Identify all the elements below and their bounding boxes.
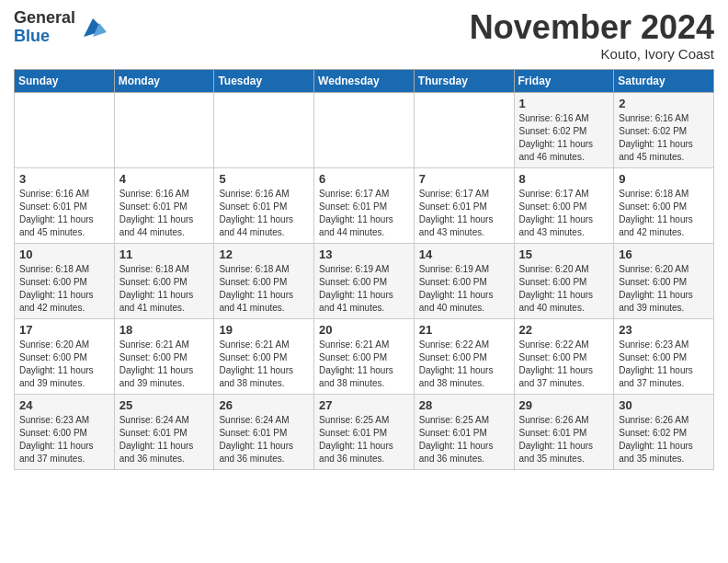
day-info: Sunrise: 6:25 AM Sunset: 6:01 PM Dayligh… — [319, 414, 409, 465]
day-number: 12 — [219, 247, 309, 261]
location: Kouto, Ivory Coast — [470, 46, 714, 62]
calendar-cell: 30Sunrise: 6:26 AM Sunset: 6:02 PM Dayli… — [614, 394, 714, 469]
calendar-cell — [314, 92, 415, 167]
day-number: 24 — [19, 398, 109, 412]
calendar-cell: 10Sunrise: 6:18 AM Sunset: 6:00 PM Dayli… — [15, 243, 115, 318]
day-number: 26 — [219, 398, 309, 412]
day-info: Sunrise: 6:24 AM Sunset: 6:01 PM Dayligh… — [219, 414, 309, 465]
day-info: Sunrise: 6:18 AM Sunset: 6:00 PM Dayligh… — [619, 188, 709, 239]
header-row: SundayMondayTuesdayWednesdayThursdayFrid… — [15, 69, 714, 92]
calendar-cell: 13Sunrise: 6:19 AM Sunset: 6:00 PM Dayli… — [314, 243, 415, 318]
day-info: Sunrise: 6:19 AM Sunset: 6:00 PM Dayligh… — [419, 263, 509, 315]
day-info: Sunrise: 6:26 AM Sunset: 6:01 PM Dayligh… — [519, 414, 609, 465]
logo: General Blue — [14, 9, 107, 46]
calendar-cell: 18Sunrise: 6:21 AM Sunset: 6:00 PM Dayli… — [114, 318, 214, 394]
day-info: Sunrise: 6:16 AM Sunset: 6:02 PM Dayligh… — [519, 112, 609, 164]
day-info: Sunrise: 6:17 AM Sunset: 6:01 PM Dayligh… — [319, 188, 409, 239]
week-row-4: 17Sunrise: 6:20 AM Sunset: 6:00 PM Dayli… — [15, 318, 714, 394]
day-info: Sunrise: 6:19 AM Sunset: 6:00 PM Dayligh… — [319, 263, 409, 315]
calendar-cell: 5Sunrise: 6:16 AM Sunset: 6:01 PM Daylig… — [214, 167, 314, 243]
day-info: Sunrise: 6:18 AM Sunset: 6:00 PM Dayligh… — [119, 263, 210, 315]
calendar-cell: 16Sunrise: 6:20 AM Sunset: 6:00 PM Dayli… — [614, 243, 714, 318]
calendar-cell: 26Sunrise: 6:24 AM Sunset: 6:01 PM Dayli… — [214, 394, 314, 469]
week-row-1: 1Sunrise: 6:16 AM Sunset: 6:02 PM Daylig… — [15, 92, 714, 167]
day-info: Sunrise: 6:20 AM Sunset: 6:00 PM Dayligh… — [619, 263, 709, 315]
week-row-2: 3Sunrise: 6:16 AM Sunset: 6:01 PM Daylig… — [15, 167, 714, 243]
day-number: 3 — [19, 172, 109, 186]
day-number: 2 — [619, 97, 709, 110]
day-number: 29 — [519, 398, 609, 412]
day-number: 30 — [619, 398, 709, 412]
calendar-cell: 20Sunrise: 6:21 AM Sunset: 6:00 PM Dayli… — [314, 318, 415, 394]
day-info: Sunrise: 6:20 AM Sunset: 6:00 PM Dayligh… — [519, 263, 609, 315]
day-number: 22 — [519, 323, 609, 337]
calendar-cell: 3Sunrise: 6:16 AM Sunset: 6:01 PM Daylig… — [15, 167, 115, 243]
day-number: 6 — [319, 172, 409, 186]
calendar-cell: 27Sunrise: 6:25 AM Sunset: 6:01 PM Dayli… — [314, 394, 415, 469]
day-number: 23 — [619, 323, 709, 337]
day-number: 4 — [119, 172, 210, 186]
day-info: Sunrise: 6:25 AM Sunset: 6:01 PM Dayligh… — [419, 414, 509, 465]
day-info: Sunrise: 6:22 AM Sunset: 6:00 PM Dayligh… — [419, 339, 509, 390]
calendar-cell — [414, 92, 514, 167]
title-block: November 2024 Kouto, Ivory Coast — [470, 9, 714, 62]
day-number: 17 — [19, 323, 109, 337]
week-row-5: 24Sunrise: 6:23 AM Sunset: 6:00 PM Dayli… — [15, 394, 714, 469]
calendar-cell: 8Sunrise: 6:17 AM Sunset: 6:00 PM Daylig… — [514, 167, 614, 243]
day-info: Sunrise: 6:21 AM Sunset: 6:00 PM Dayligh… — [219, 339, 309, 390]
day-number: 1 — [519, 97, 609, 110]
calendar-cell: 15Sunrise: 6:20 AM Sunset: 6:00 PM Dayli… — [514, 243, 614, 318]
calendar-cell: 21Sunrise: 6:22 AM Sunset: 6:00 PM Dayli… — [414, 318, 514, 394]
logo-text: General Blue — [14, 9, 75, 46]
logo-blue: Blue — [14, 28, 75, 46]
day-number: 7 — [419, 172, 509, 186]
calendar-cell — [114, 92, 214, 167]
day-number: 19 — [219, 323, 309, 337]
day-info: Sunrise: 6:23 AM Sunset: 6:00 PM Dayligh… — [19, 414, 109, 465]
day-info: Sunrise: 6:17 AM Sunset: 6:00 PM Dayligh… — [519, 188, 609, 239]
week-row-3: 10Sunrise: 6:18 AM Sunset: 6:00 PM Dayli… — [15, 243, 714, 318]
day-number: 28 — [419, 398, 509, 412]
day-number: 21 — [419, 323, 509, 337]
day-info: Sunrise: 6:20 AM Sunset: 6:00 PM Dayligh… — [19, 339, 109, 390]
day-info: Sunrise: 6:21 AM Sunset: 6:00 PM Dayligh… — [119, 339, 210, 390]
header-day-thursday: Thursday — [414, 69, 514, 92]
calendar-cell: 22Sunrise: 6:22 AM Sunset: 6:00 PM Dayli… — [514, 318, 614, 394]
header-day-sunday: Sunday — [15, 69, 115, 92]
logo-general: General — [14, 9, 75, 28]
day-info: Sunrise: 6:18 AM Sunset: 6:00 PM Dayligh… — [219, 263, 309, 315]
calendar-cell: 12Sunrise: 6:18 AM Sunset: 6:00 PM Dayli… — [214, 243, 314, 318]
calendar-cell: 4Sunrise: 6:16 AM Sunset: 6:01 PM Daylig… — [114, 167, 214, 243]
header-day-saturday: Saturday — [614, 69, 714, 92]
header-day-tuesday: Tuesday — [214, 69, 314, 92]
day-number: 11 — [119, 247, 210, 261]
day-number: 15 — [519, 247, 609, 261]
day-number: 9 — [619, 172, 709, 186]
logo-icon — [79, 14, 107, 41]
day-number: 14 — [419, 247, 509, 261]
calendar-cell — [214, 92, 314, 167]
calendar-cell: 6Sunrise: 6:17 AM Sunset: 6:01 PM Daylig… — [314, 167, 415, 243]
header-day-monday: Monday — [114, 69, 214, 92]
day-info: Sunrise: 6:16 AM Sunset: 6:02 PM Dayligh… — [619, 112, 709, 164]
day-number: 8 — [519, 172, 609, 186]
page: General Blue November 2024 Kouto, Ivory … — [0, 0, 728, 484]
calendar-body: 1Sunrise: 6:16 AM Sunset: 6:02 PM Daylig… — [15, 92, 714, 469]
calendar-table: SundayMondayTuesdayWednesdayThursdayFrid… — [14, 69, 714, 470]
calendar-cell: 29Sunrise: 6:26 AM Sunset: 6:01 PM Dayli… — [514, 394, 614, 469]
day-info: Sunrise: 6:24 AM Sunset: 6:01 PM Dayligh… — [119, 414, 210, 465]
day-info: Sunrise: 6:26 AM Sunset: 6:02 PM Dayligh… — [619, 414, 709, 465]
day-number: 18 — [119, 323, 210, 337]
day-number: 5 — [219, 172, 309, 186]
day-number: 20 — [319, 323, 409, 337]
day-number: 13 — [319, 247, 409, 261]
header: General Blue November 2024 Kouto, Ivory … — [14, 9, 714, 62]
calendar-cell: 11Sunrise: 6:18 AM Sunset: 6:00 PM Dayli… — [114, 243, 214, 318]
day-number: 27 — [319, 398, 409, 412]
day-info: Sunrise: 6:16 AM Sunset: 6:01 PM Dayligh… — [219, 188, 309, 239]
calendar-cell: 23Sunrise: 6:23 AM Sunset: 6:00 PM Dayli… — [614, 318, 714, 394]
calendar-cell: 7Sunrise: 6:17 AM Sunset: 6:01 PM Daylig… — [414, 167, 514, 243]
calendar-cell: 25Sunrise: 6:24 AM Sunset: 6:01 PM Dayli… — [114, 394, 214, 469]
calendar-header: SundayMondayTuesdayWednesdayThursdayFrid… — [15, 69, 714, 92]
calendar-cell: 19Sunrise: 6:21 AM Sunset: 6:00 PM Dayli… — [214, 318, 314, 394]
